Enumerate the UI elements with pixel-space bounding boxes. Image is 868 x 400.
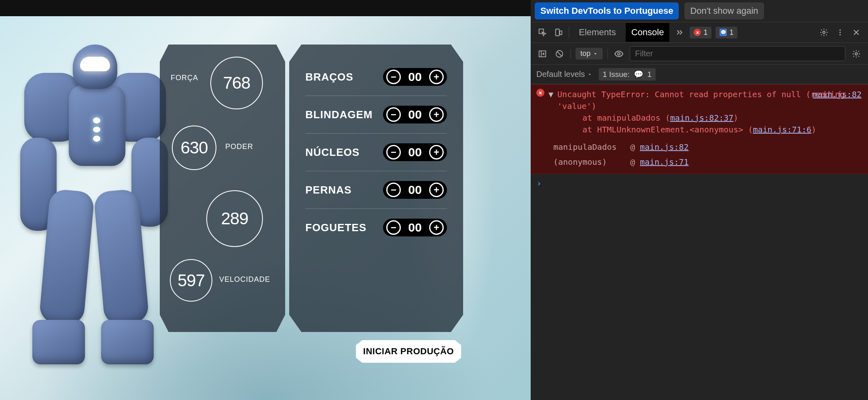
decrement-button[interactable]: − xyxy=(386,107,401,122)
part-stepper: − 00 + xyxy=(383,219,447,236)
decrement-button[interactable]: − xyxy=(386,220,401,235)
part-stepper: − 00 + xyxy=(383,181,447,199)
error-dot-icon: × xyxy=(694,29,701,36)
message-count-value: 1 xyxy=(729,28,733,37)
part-stepper: − 00 + xyxy=(383,68,447,86)
robot-figure xyxy=(16,45,162,377)
part-value: 00 xyxy=(406,183,424,197)
svg-rect-0 xyxy=(539,29,544,34)
svg-point-10 xyxy=(855,53,857,55)
chevron-down-icon xyxy=(593,51,598,56)
console-output: main.js:82 × ▼ Uncaught TypeError: Canno… xyxy=(531,84,868,400)
part-label: NÚCLEOS xyxy=(305,146,360,159)
kebab-menu-icon[interactable] xyxy=(834,26,846,38)
stack-trace-row: manipulaDados @ main.js:82 xyxy=(536,140,862,155)
svg-point-4 xyxy=(839,30,840,31)
issue-icon: 💬 xyxy=(634,70,644,79)
console-prompt[interactable]: › xyxy=(531,174,868,192)
decrement-button[interactable]: − xyxy=(386,145,401,160)
parts-panel: BRAÇOS − 00 + BLINDAGEM − 00 + NÚCLEOS − xyxy=(289,45,463,332)
issues-badge[interactable]: 1 Issue: 💬 1 xyxy=(599,68,656,81)
svg-point-5 xyxy=(839,32,840,33)
part-row-bracos: BRAÇOS − 00 + xyxy=(305,58,447,96)
game-preview-pane: 768 FORÇA 630 PODER 289 597 VELOCIDADE B… xyxy=(0,0,531,400)
console-toolbar: top xyxy=(531,43,868,65)
part-value: 00 xyxy=(406,221,424,234)
settings-icon[interactable] xyxy=(818,26,830,38)
issues-count: 1 xyxy=(648,70,652,79)
live-expression-icon[interactable] xyxy=(613,48,625,60)
tab-console[interactable]: Console xyxy=(626,23,670,42)
switch-language-button[interactable]: Switch DevTools to Portuguese xyxy=(535,2,679,19)
stack-line-1-post: ) xyxy=(733,113,738,123)
chevron-down-icon xyxy=(587,72,592,77)
more-tabs-icon[interactable] xyxy=(673,26,686,38)
start-production-button[interactable]: INICIAR PRODUÇÃO xyxy=(356,340,461,363)
device-toolbar-icon[interactable] xyxy=(553,26,565,38)
increment-button[interactable]: + xyxy=(429,220,444,235)
svg-point-3 xyxy=(823,31,825,34)
error-icon: × xyxy=(536,89,544,97)
increment-button[interactable]: + xyxy=(429,107,444,122)
clear-console-icon[interactable] xyxy=(553,48,565,60)
start-production-label: INICIAR PRODUÇÃO xyxy=(363,346,454,357)
part-label: FOGUETES xyxy=(305,221,366,234)
message-count-badge[interactable]: 💬 1 xyxy=(716,27,737,38)
devtools-panel: Switch DevTools to Portuguese Don't show… xyxy=(531,0,868,400)
trace-link[interactable]: main.js:82 xyxy=(640,141,688,153)
execution-context-select[interactable]: top xyxy=(576,48,603,60)
part-value: 00 xyxy=(406,70,424,84)
increment-button[interactable]: + xyxy=(429,145,444,160)
svg-rect-2 xyxy=(560,31,562,34)
inspect-element-icon[interactable] xyxy=(536,26,548,38)
trace-link[interactable]: main.js:71 xyxy=(640,156,688,168)
increment-button[interactable]: + xyxy=(429,183,444,197)
part-row-pernas: PERNAS − 00 + xyxy=(305,171,447,209)
stat-velocidade-label: VELOCIDADE xyxy=(219,275,270,284)
console-filterbar: Default levels 1 Issue: 💬 1 xyxy=(531,65,868,84)
part-row-blindagem: BLINDAGEM − 00 + xyxy=(305,96,447,134)
svg-point-6 xyxy=(839,34,840,35)
dismiss-banner-button[interactable]: Don't show again xyxy=(684,2,764,19)
stack-link-2[interactable]: main.js:71:6 xyxy=(753,125,811,134)
message-dot-icon: 💬 xyxy=(720,29,727,36)
stat-three-value: 289 xyxy=(221,209,248,228)
svg-point-9 xyxy=(618,53,620,55)
part-row-nucleos: NÚCLEOS − 00 + xyxy=(305,134,447,171)
part-value: 00 xyxy=(406,145,424,159)
language-banner: Switch DevTools to Portuguese Don't show… xyxy=(531,0,868,22)
close-devtools-icon[interactable] xyxy=(850,26,862,38)
stack-trace-table: manipulaDados @ main.js:82 (anonymous) @… xyxy=(536,140,862,170)
log-levels-select[interactable]: Default levels xyxy=(536,70,592,79)
context-label: top xyxy=(580,49,591,58)
stat-poder: 630 PODER xyxy=(172,126,216,170)
trace-fn: (anonymous) xyxy=(536,156,625,168)
increment-button[interactable]: + xyxy=(429,70,444,84)
decrement-button[interactable]: − xyxy=(386,70,401,84)
console-error-entry: main.js:82 × ▼ Uncaught TypeError: Canno… xyxy=(531,84,868,174)
error-source-link[interactable]: main.js:82 xyxy=(813,89,862,100)
tab-elements[interactable]: Elements xyxy=(573,23,622,42)
devtools-tabbar: Elements Console × 1 💬 1 xyxy=(531,22,868,43)
stack-trace-row: (anonymous) @ main.js:71 xyxy=(536,155,862,170)
trace-fn: manipulaDados xyxy=(536,141,625,153)
decrement-button[interactable]: − xyxy=(386,183,401,197)
error-count-badge[interactable]: × 1 xyxy=(690,27,711,38)
part-value: 00 xyxy=(406,108,424,121)
stat-forca: 768 FORÇA xyxy=(210,57,263,109)
console-sidebar-toggle-icon[interactable] xyxy=(536,48,548,60)
stack-line-2-post: ) xyxy=(811,125,816,134)
part-stepper: − 00 + xyxy=(383,143,447,161)
stat-velocidade-value: 597 xyxy=(178,271,205,290)
stat-forca-label: FORÇA xyxy=(171,74,198,82)
stat-poder-value: 630 xyxy=(180,138,207,157)
stack-link-1[interactable]: main.js:82:37 xyxy=(670,113,734,123)
console-filter-input[interactable] xyxy=(630,46,845,61)
console-settings-icon[interactable] xyxy=(850,48,862,60)
log-levels-label: Default levels xyxy=(536,70,585,79)
error-message: Uncaught TypeError: Cannot read properti… xyxy=(557,89,845,111)
game-stage: 768 FORÇA 630 PODER 289 597 VELOCIDADE B… xyxy=(0,0,531,400)
part-stepper: − 00 + xyxy=(383,106,447,123)
error-expand-toggle[interactable]: ▼ xyxy=(548,89,553,100)
stat-three: 289 xyxy=(206,190,263,247)
